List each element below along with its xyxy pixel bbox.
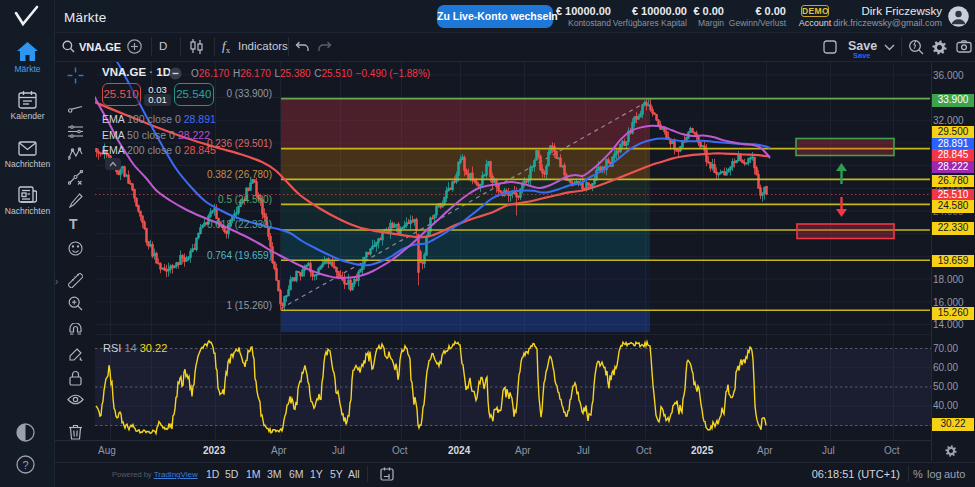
svg-text:?: ? [22,459,28,471]
